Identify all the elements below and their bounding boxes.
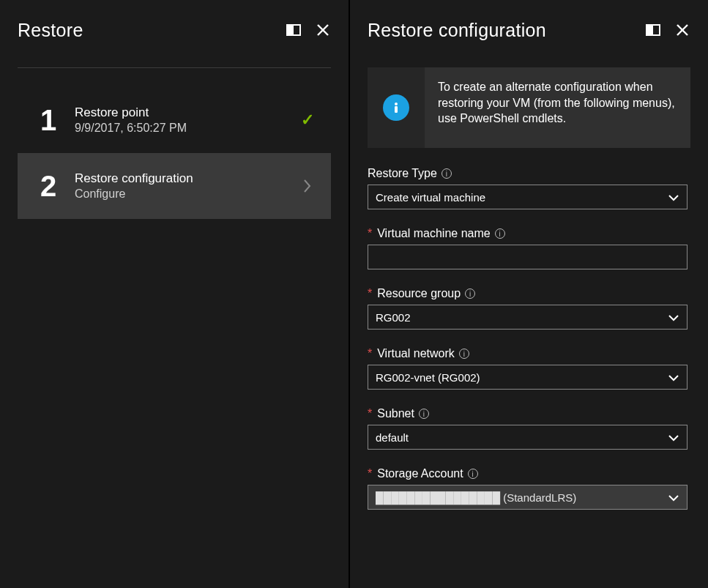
step-title: Restore configuration	[75, 171, 297, 186]
vm-name-input-wrapper	[368, 245, 687, 269]
maximize-icon[interactable]	[645, 22, 661, 38]
chevron-down-icon	[668, 491, 679, 504]
required-marker: *	[368, 407, 372, 420]
field-storage-account: * Storage Account i ████████████████ (St…	[368, 467, 687, 510]
tooltip-icon[interactable]: i	[465, 289, 475, 299]
subnet-label: * Subnet i	[368, 407, 687, 420]
required-marker: *	[368, 467, 372, 480]
step-number: 1	[26, 104, 70, 137]
step-text: Restore point 9/9/2017, 6:50:27 PM	[70, 105, 297, 135]
svg-rect-1	[287, 25, 294, 35]
virtual-network-dropdown[interactable]: RG002-vnet (RG002)	[368, 365, 687, 390]
svg-rect-5	[646, 25, 653, 35]
restore-blade-title: Restore	[18, 20, 286, 41]
chevron-down-icon	[668, 431, 679, 444]
subnet-dropdown[interactable]: default	[368, 425, 687, 450]
info-message: To create an alternate configuration whe…	[425, 67, 690, 148]
tooltip-icon[interactable]: i	[441, 168, 452, 179]
close-icon[interactable]	[674, 22, 690, 38]
info-icon-column	[368, 67, 425, 148]
field-subnet: * Subnet i default	[368, 407, 687, 450]
storage-account-label: * Storage Account i	[368, 467, 687, 480]
restore-config-blade: Restore configuration To create an alter…	[350, 0, 708, 588]
step-subtitle: 9/9/2017, 6:50:27 PM	[75, 122, 297, 135]
step-restore-configuration[interactable]: 2 Restore configuration Configure	[18, 153, 331, 219]
field-resource-group: * Resource group i RG002	[368, 287, 687, 330]
wizard-steps: 1 Restore point 9/9/2017, 6:50:27 PM ✓ 2…	[18, 87, 331, 219]
field-restore-type: Restore Type i Create virtual machine	[368, 167, 687, 209]
subnet-value: default	[376, 431, 409, 444]
required-marker: *	[368, 287, 372, 300]
restore-blade-header: Restore	[18, 13, 331, 47]
chevron-down-icon	[668, 371, 679, 384]
restore-type-label: Restore Type i	[368, 167, 687, 180]
config-form: Restore Type i Create virtual machine * …	[368, 167, 690, 510]
storage-account-dropdown[interactable]: ████████████████ (StandardLRS)	[368, 485, 687, 510]
virtual-network-label: * Virtual network i	[368, 347, 687, 360]
tooltip-icon[interactable]: i	[468, 469, 478, 479]
chevron-down-icon	[668, 311, 679, 324]
resource-group-value: RG002	[376, 311, 411, 324]
divider	[18, 67, 331, 68]
check-icon: ✓	[297, 111, 318, 130]
close-icon[interactable]	[315, 22, 331, 38]
svg-rect-9	[395, 106, 398, 113]
resource-group-dropdown[interactable]: RG002	[368, 305, 687, 330]
step-title: Restore point	[75, 105, 297, 120]
tooltip-icon[interactable]: i	[495, 228, 505, 239]
required-marker: *	[368, 347, 372, 360]
restore-type-dropdown[interactable]: Create virtual machine	[368, 185, 687, 209]
info-icon	[383, 94, 409, 121]
step-text: Restore configuration Configure	[70, 171, 297, 201]
tooltip-icon[interactable]: i	[419, 409, 429, 419]
config-blade-header: Restore configuration	[368, 13, 690, 47]
restore-type-value: Create virtual machine	[376, 191, 485, 204]
step-subtitle: Configure	[75, 187, 297, 201]
maximize-icon[interactable]	[286, 22, 302, 38]
required-marker: *	[368, 227, 372, 240]
chevron-down-icon	[668, 191, 679, 204]
config-header-icons	[645, 22, 690, 38]
config-blade-title: Restore configuration	[368, 20, 645, 41]
step-restore-point[interactable]: 1 Restore point 9/9/2017, 6:50:27 PM ✓	[18, 87, 331, 153]
field-vm-name: * Virtual machine name i	[368, 227, 687, 269]
svg-point-8	[395, 103, 398, 105]
restore-header-icons	[286, 22, 331, 38]
chevron-right-icon	[297, 178, 318, 194]
resource-group-label: * Resource group i	[368, 287, 687, 300]
restore-blade: Restore 1 Restore point 9/9/2017, 6:50:2…	[0, 0, 350, 588]
step-number: 2	[26, 170, 70, 203]
vm-name-input[interactable]	[376, 245, 679, 269]
virtual-network-value: RG002-vnet (RG002)	[376, 371, 480, 384]
storage-account-value: ████████████████ (StandardLRS)	[376, 491, 576, 504]
info-box: To create an alternate configuration whe…	[368, 67, 690, 148]
vm-name-label: * Virtual machine name i	[368, 227, 687, 240]
field-virtual-network: * Virtual network i RG002-vnet (RG002)	[368, 347, 687, 390]
tooltip-icon[interactable]: i	[459, 349, 469, 359]
